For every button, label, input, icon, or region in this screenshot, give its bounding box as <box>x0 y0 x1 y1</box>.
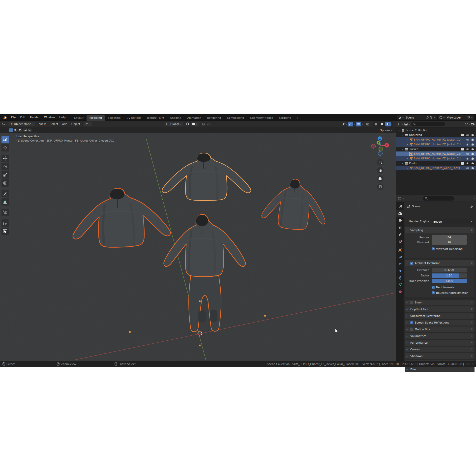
pin-icon[interactable] <box>426 116 429 119</box>
viewport-denoising-row[interactable]: ✓ Viewport Denoising <box>432 247 463 251</box>
xray-toggle[interactable] <box>365 122 371 126</box>
tab-layout[interactable]: Layout <box>71 115 86 121</box>
chevron-down-icon[interactable]: ▾ <box>391 123 392 125</box>
new-scene-icon[interactable] <box>430 116 433 119</box>
chevron-down-icon[interactable]: ▾ <box>354 123 355 125</box>
editor-type-selector[interactable]: ▾ <box>1 122 7 126</box>
checkbox-checked-icon[interactable]: ✓ <box>410 321 413 324</box>
shading-solid-button[interactable] <box>379 122 385 126</box>
panel-screen-space-reflections[interactable]: ▸ ✓ Screen Space Reflections ⠿ <box>405 320 475 326</box>
eye-icon[interactable] <box>466 143 469 146</box>
camera-restrict-icon[interactable] <box>471 157 475 160</box>
tab-scene[interactable] <box>396 231 404 238</box>
outliner-search[interactable] <box>411 122 445 126</box>
proportional-falloff-dropdown[interactable]: ▾ <box>207 122 212 126</box>
camera-restrict-icon[interactable] <box>471 138 475 141</box>
tool-select-projected[interactable] <box>1 228 9 235</box>
unlink-scene-icon[interactable]: × <box>434 116 436 119</box>
zoom-view-button[interactable] <box>377 159 384 165</box>
scene-selector[interactable]: ▾ Scene × <box>397 115 437 120</box>
disclosure-icon[interactable]: ▾ <box>398 129 400 131</box>
select-mode-invert[interactable] <box>23 128 27 132</box>
eye-icon[interactable] <box>466 167 469 169</box>
camera-restrict-icon[interactable] <box>471 148 475 150</box>
collection-checkbox[interactable]: ✓ <box>461 148 464 150</box>
properties-editor-icon[interactable] <box>397 197 401 200</box>
checkbox-checked-icon[interactable]: ✓ <box>432 291 435 294</box>
perspective-toggle-button[interactable] <box>377 183 384 190</box>
select-mode-new[interactable] <box>9 128 13 132</box>
menu-file[interactable]: File <box>9 114 18 121</box>
tab-geometry-nodes[interactable]: Geometry Nodes <box>247 115 276 121</box>
menu-help[interactable]: Help <box>57 114 68 121</box>
view-layer-name[interactable]: ViewLayer <box>446 116 466 119</box>
menu-select[interactable]: Select <box>48 122 60 126</box>
panel-grip-icon[interactable]: ⠿ <box>471 328 473 330</box>
camera-restrict-icon[interactable] <box>471 162 475 165</box>
tool-scale[interactable] <box>1 171 9 178</box>
chevron-down-icon[interactable]: ▾ <box>409 123 410 125</box>
disclosure-icon[interactable]: ▾ <box>401 134 404 136</box>
tool-extrude-region[interactable] <box>1 219 9 227</box>
remove-view-layer-icon[interactable]: × <box>471 116 473 119</box>
tab-uv-editing[interactable]: UV Editing <box>123 115 144 121</box>
select-mode-subtract[interactable] <box>18 128 23 132</box>
camera-view-button[interactable] <box>377 175 384 182</box>
pivot-point-dropdown[interactable]: ▾ <box>84 122 92 126</box>
checkbox-checked-icon[interactable]: ✓ <box>432 247 435 250</box>
panel-depth-of-field[interactable]: ▸ Depth of Field ⠿ <box>405 306 475 312</box>
render-engine-dropdown[interactable]: Eevee ▾ <box>432 219 474 224</box>
collection-checkbox[interactable]: ✓ <box>461 162 464 165</box>
eye-icon[interactable] <box>466 148 469 150</box>
outliner-row-object[interactable]: ▸ SKM_UFPRO_StrikerX_Gen2_Pants <box>396 166 476 170</box>
menu-edit[interactable]: Edit <box>18 114 28 121</box>
sampling-panel-header[interactable]: ▾ Sampling ⠿ <box>405 227 475 233</box>
show-gizmo-dropdown[interactable]: ▾ <box>342 122 347 126</box>
select-mode-extend[interactable] <box>14 128 18 132</box>
disclosure-icon[interactable]: ▸ <box>406 139 409 141</box>
tab-material[interactable] <box>396 289 404 295</box>
checkbox-checked-icon[interactable]: ✓ <box>432 286 435 289</box>
filter-icon[interactable] <box>465 123 468 126</box>
ao-factor-slider[interactable]: 1.50 <box>432 273 467 278</box>
tab-world[interactable] <box>396 238 404 244</box>
menu-render[interactable]: Render <box>28 114 42 121</box>
chevron-down-icon[interactable]: ▾ <box>362 123 363 125</box>
outliner-row-pants[interactable]: ▾ Pants ✓ <box>396 161 476 166</box>
menu-window[interactable]: Window <box>42 114 57 121</box>
eye-icon[interactable] <box>466 157 469 160</box>
panel-motion-blur[interactable]: ▸ Motion Blur ⠿ <box>405 327 475 332</box>
panel-grip-icon[interactable]: ⠿ <box>471 348 473 351</box>
tool-cursor[interactable] <box>1 144 9 151</box>
collection-checkbox[interactable]: ✓ <box>461 134 464 136</box>
outliner-row-object[interactable]: ▸ SKM_UFPRO_Hunter_FZ_Jacket_Col <box>396 137 476 142</box>
gizmos-toggle[interactable] <box>348 122 353 126</box>
overlays-toggle[interactable] <box>356 122 361 126</box>
panel-curves[interactable]: ▸ Curves ⠿ <box>405 347 475 352</box>
checkbox-unchecked-icon[interactable] <box>410 328 413 331</box>
new-view-layer-icon[interactable] <box>467 116 470 119</box>
properties-search[interactable] <box>423 196 454 201</box>
panel-grip-icon[interactable]: ⠿ <box>471 322 473 324</box>
tool-annotate[interactable] <box>1 190 9 197</box>
pan-view-button[interactable] <box>377 167 384 174</box>
panel-subsurface-scattering[interactable]: ▸ Subsurface Scattering ⠿ <box>405 313 475 319</box>
panel-grip-icon[interactable]: ⠿ <box>471 355 473 357</box>
new-collection-icon[interactable] <box>471 122 475 126</box>
tab-compositing[interactable]: Compositing <box>224 115 247 121</box>
mode-selector[interactable]: Object Mode ▾ <box>8 122 35 126</box>
bent-normals-row[interactable]: ✓ Bent Normals <box>432 285 455 289</box>
options-dropdown[interactable]: Options ▾ <box>380 129 392 132</box>
tool-add-cube[interactable] <box>1 209 9 216</box>
scene-name[interactable]: Scene <box>405 116 425 119</box>
tab-output[interactable] <box>396 217 404 224</box>
bounces-approx-row[interactable]: ✓ Bounces Approximation <box>432 291 469 295</box>
snap-toggle[interactable] <box>185 122 190 126</box>
chevron-down-icon[interactable]: ▾ <box>403 197 404 200</box>
panel-grip-icon[interactable]: ⠿ <box>471 342 473 344</box>
disclosure-icon[interactable]: ▾ <box>401 148 404 150</box>
chevron-down-icon[interactable]: ▾ <box>469 123 470 125</box>
properties-options-icon[interactable]: ▾ <box>474 197 475 200</box>
disclosure-icon[interactable]: ▸ <box>406 144 409 146</box>
orientation-gizmo[interactable]: Z X Y <box>369 135 391 157</box>
